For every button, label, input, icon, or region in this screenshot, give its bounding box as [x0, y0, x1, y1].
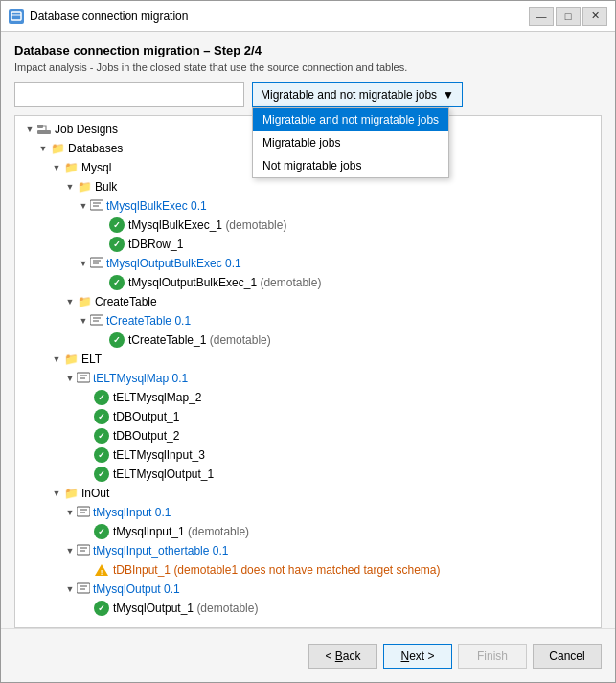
back-label: < Back	[325, 649, 360, 663]
list-item: ▼ tMysqlInput 0.1	[15, 503, 601, 522]
tMysqlOutputBulkExec-expand-arrow[interactable]: ▼	[77, 257, 90, 270]
tMysqlBulkExec-expand-arrow[interactable]: ▼	[77, 199, 90, 213]
tree-panel[interactable]: ▼ Job Designs ▼ 📁 Databases ▼ 📁 Mysql	[14, 115, 602, 628]
window-title: Database connection migration	[30, 10, 523, 23]
svg-rect-3	[37, 130, 51, 134]
filter-dropdown-button[interactable]: Migratable and not migratable jobs ▼	[252, 82, 463, 107]
tDBRow_1-label: tDBRow_1	[128, 238, 183, 251]
list-item: ▷ ✓ tELTMysqlMap_2	[15, 388, 601, 407]
inout-expand-arrow[interactable]: ▼	[50, 487, 63, 500]
list-item: ▷ ✓ tMysqlOutputBulkExec_1 (demotable)	[15, 273, 601, 292]
bulk-label: Bulk	[95, 180, 117, 194]
list-item: ▼ tMysqlOutputBulkExec 0.1	[15, 254, 601, 273]
tMysqlInput_othertable-label: tMysqlInput_othertable 0.1	[93, 544, 228, 558]
cancel-label: Cancel	[549, 649, 584, 663]
ok-status-icon: ✓	[109, 217, 125, 233]
next-button[interactable]: Next >	[383, 644, 452, 669]
tELTMysqlMap-expand-arrow[interactable]: ▼	[63, 372, 77, 385]
tELTMysqlMap-label: tELTMysqlMap 0.1	[93, 372, 188, 385]
title-bar: Database connection migration — □ ✕	[1, 1, 615, 32]
step-title: Database connection migration – Step 2/4	[14, 43, 602, 57]
back-button[interactable]: < Back	[308, 644, 377, 669]
root-expand-arrow[interactable]: ▼	[23, 123, 36, 136]
root-job-icon	[36, 123, 52, 136]
tELTMysqlMap_2-label: tELTMysqlMap_2	[113, 391, 201, 404]
tCreateTable-label: tCreateTable 0.1	[106, 314, 191, 328]
window-icon	[9, 9, 24, 24]
maximize-button[interactable]: □	[556, 7, 581, 26]
minimize-button[interactable]: —	[529, 7, 554, 26]
job-design-icon	[77, 582, 90, 597]
job-design-icon	[77, 372, 90, 386]
tDBInput_1-label: tDBInput_1 (demotable1 does not have mat…	[113, 563, 441, 577]
svg-rect-0	[11, 12, 21, 20]
databases-expand-arrow[interactable]: ▼	[36, 142, 50, 155]
ok-status-icon: ✓	[109, 237, 125, 252]
tMysqlOutput-expand-arrow[interactable]: ▼	[63, 582, 77, 596]
list-item: ▼ 📁 CreateTable	[15, 292, 601, 311]
list-item: ▷ ! tDBInput_1 (demotable1 does not have…	[15, 560, 601, 580]
job-design-icon	[90, 199, 103, 214]
ok-status-icon: ✓	[109, 275, 125, 290]
createtable-label: CreateTable	[95, 295, 157, 308]
list-item: ▷ ✓ tELTMysqlInput_3	[15, 445, 601, 465]
list-item: ▷ ✓ tDBOutput_2	[15, 426, 601, 445]
list-item: ▼ tMysqlOutput 0.1	[15, 580, 601, 599]
svg-rect-19	[77, 545, 90, 555]
mysql-folder-icon: 📁	[63, 161, 79, 174]
databases-label: Databases	[68, 142, 123, 155]
job-design-icon	[77, 506, 90, 520]
cancel-button[interactable]: Cancel	[533, 644, 602, 669]
dropdown-selected-label: Migratable and not migratable jobs	[261, 88, 437, 102]
filter-dropdown-menu: Migratable and not migratable jobs Migra…	[252, 107, 449, 178]
bulk-folder-icon: 📁	[77, 180, 92, 194]
ok-status-icon: ✓	[94, 428, 109, 444]
list-item: ▷ ✓ tDBRow_1	[15, 235, 601, 254]
elt-label: ELT	[81, 353, 102, 366]
tDBOutput_1-label: tDBOutput_1	[113, 410, 179, 423]
tMysqlOutput_1-label: tMysqlOutput_1 (demotable)	[113, 602, 258, 615]
tMysqlInput_1-label: tMysqlInput_1 (demotable)	[113, 525, 249, 538]
close-button[interactable]: ✕	[582, 7, 607, 26]
mysql-expand-arrow[interactable]: ▼	[50, 161, 63, 174]
tMysqlInput-expand-arrow[interactable]: ▼	[63, 506, 77, 519]
dropdown-option-1[interactable]: Migratable jobs	[253, 131, 448, 154]
search-input[interactable]	[14, 82, 244, 107]
list-item: ▷ ✓ tMysqlInput_1 (demotable)	[15, 522, 601, 541]
tELTMysqlInput_3-label: tELTMysqlInput_3	[113, 448, 205, 462]
finish-button: Finish	[458, 644, 527, 669]
svg-rect-24	[77, 583, 90, 593]
svg-rect-4	[90, 200, 103, 210]
finish-label: Finish	[477, 649, 508, 663]
inout-folder-icon: 📁	[63, 487, 79, 500]
ok-status-icon: ✓	[94, 524, 109, 539]
tMysqlInput-label: tMysqlInput 0.1	[93, 506, 171, 519]
job-design-icon	[90, 314, 103, 329]
createtable-expand-arrow[interactable]: ▼	[63, 295, 77, 308]
toolbar: 🔍 Migratable and not migratable jobs ▼ M…	[14, 82, 602, 107]
dropdown-option-0[interactable]: Migratable and not migratable jobs	[253, 108, 448, 131]
tCreateTable-expand-arrow[interactable]: ▼	[77, 314, 90, 328]
elt-expand-arrow[interactable]: ▼	[50, 353, 63, 366]
job-design-icon	[90, 257, 103, 271]
content-area: Database connection migration – Step 2/4…	[1, 32, 615, 628]
list-item: ▼ tELTMysqlMap 0.1	[15, 369, 601, 388]
job-design-icon	[77, 544, 90, 558]
dropdown-option-2[interactable]: Not migratable jobs	[253, 154, 448, 177]
footer: < Back Next > Finish Cancel	[1, 628, 615, 682]
ok-status-icon: ✓	[109, 332, 125, 348]
bulk-expand-arrow[interactable]: ▼	[63, 180, 77, 194]
list-item: ▼ 📁 Bulk	[15, 177, 601, 196]
dropdown-arrow-icon: ▼	[443, 88, 454, 102]
tCreateTable_1-label: tCreateTable_1 (demotable)	[128, 333, 271, 347]
warn-status-icon: !	[94, 563, 109, 577]
svg-rect-7	[90, 258, 103, 267]
next-label: Next >	[400, 649, 434, 663]
list-item: ▷ ✓ tMysqlOutput_1 (demotable)	[15, 599, 601, 618]
svg-rect-16	[77, 507, 90, 516]
tMysqlBulkExec_1-label: tMysqlBulkExec_1 (demotable)	[128, 218, 286, 232]
databases-folder-icon: 📁	[50, 142, 65, 155]
tMysqlOutputBulkExec_1-label: tMysqlOutputBulkExec_1 (demotable)	[128, 276, 321, 289]
tMysqlInput_othertable-expand-arrow[interactable]: ▼	[63, 544, 77, 558]
list-item: ▼ 📁 ELT	[15, 350, 601, 369]
